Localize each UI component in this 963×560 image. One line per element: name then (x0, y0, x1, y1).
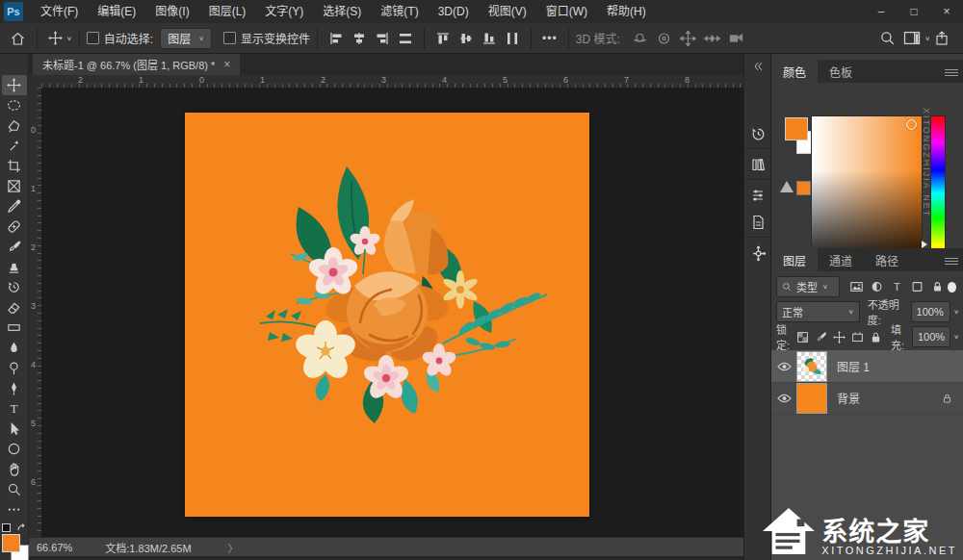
menu-window[interactable]: 窗口(W) (536, 0, 597, 23)
opacity-field[interactable]: 100% (911, 301, 951, 322)
shape-tool[interactable] (2, 439, 27, 459)
lasso-tool[interactable] (2, 115, 27, 136)
tab-channels[interactable]: 通道 (818, 248, 864, 271)
lock-artboard-icon[interactable] (851, 331, 864, 344)
menu-view[interactable]: 视图(V) (479, 0, 536, 23)
tab-layers[interactable]: 图层 (771, 248, 818, 271)
lock-transparency-icon[interactable] (796, 331, 809, 344)
layer1-thumbnail[interactable] (796, 351, 827, 382)
blend-mode-dropdown[interactable]: 正常 ∨ (776, 301, 860, 322)
minimize-button[interactable]: – (865, 0, 898, 23)
menu-layer[interactable]: 图层(L) (199, 0, 256, 23)
menu-image[interactable]: 图像(I) (145, 0, 198, 23)
workspace-chevron-icon[interactable]: ∨ (924, 35, 930, 41)
share-3d-panel-icon[interactable] (747, 242, 768, 264)
tab-close-icon[interactable]: × (223, 58, 230, 71)
share-icon[interactable] (934, 30, 950, 46)
gamut-warning-swatch[interactable] (796, 181, 811, 195)
tab-swatches[interactable]: 色板 (818, 60, 864, 83)
menu-file[interactable]: 文件(F) (31, 0, 88, 23)
info-panel-icon[interactable] (747, 212, 768, 233)
canvas-viewport[interactable] (41, 88, 743, 537)
blur-tool[interactable] (2, 338, 27, 358)
marquee-tool[interactable] (2, 95, 27, 115)
move-tool[interactable] (2, 75, 27, 95)
history-brush-tool[interactable] (2, 277, 27, 297)
home-icon[interactable] (10, 31, 26, 46)
dodge-tool[interactable] (2, 358, 27, 378)
layer2-visibility-eye-icon[interactable] (771, 394, 796, 403)
fill-chevron-icon[interactable]: ∨ (953, 333, 959, 340)
search-icon[interactable] (879, 30, 896, 46)
more-options-ellipsis[interactable]: ••• (542, 32, 558, 45)
history-panel-icon[interactable] (747, 123, 768, 144)
auto-select-checkbox[interactable] (87, 32, 99, 44)
maximize-button[interactable]: □ (898, 0, 930, 23)
ruler-origin-corner[interactable] (29, 75, 42, 89)
swap-colors-icon[interactable] (16, 523, 26, 533)
pen-tool[interactable] (2, 378, 27, 398)
edit-toolbar-ellipsis-icon[interactable] (2, 499, 27, 520)
move-tool-options-icon[interactable] (48, 31, 63, 45)
move-preset-chevron-icon[interactable]: ∨ (66, 35, 72, 41)
brush-tool[interactable] (2, 237, 27, 257)
layer-filter-dropdown[interactable]: 类型 ∨ (776, 276, 840, 297)
align-middle-icon[interactable] (458, 31, 474, 46)
gradient-tool[interactable] (2, 318, 27, 338)
eraser-tool[interactable] (2, 297, 27, 318)
layer1-name[interactable]: 图层 1 (837, 358, 870, 374)
horizontal-ruler[interactable]: 2 1 0 1 2 3 4 5 6 7 8 9 (41, 75, 743, 89)
workspace-switcher-icon[interactable] (903, 31, 921, 45)
align-right-icon[interactable] (375, 31, 390, 46)
filter-shape-layers-icon[interactable] (910, 280, 924, 293)
auto-select-dropdown[interactable]: 图层 ∨ (160, 28, 212, 49)
menu-3d[interactable]: 3D(D) (429, 0, 479, 23)
distribute-horizontal-icon[interactable] (398, 31, 413, 46)
align-top-icon[interactable] (435, 31, 451, 46)
tab-paths[interactable]: 路径 (864, 248, 910, 271)
type-tool[interactable]: T (2, 398, 27, 419)
menu-select[interactable]: 选择(S) (313, 0, 371, 23)
crop-tool[interactable] (2, 156, 27, 176)
clone-stamp-tool[interactable] (2, 257, 27, 277)
default-colors-icon[interactable] (2, 523, 11, 532)
filter-type-layers-icon[interactable]: T (890, 280, 904, 293)
zoom-tool[interactable] (2, 479, 27, 499)
fill-field[interactable]: 100% (912, 326, 950, 347)
vertical-ruler[interactable]: 0 1 2 3 4 5 6 7 (29, 88, 42, 537)
eyedropper-tool[interactable] (2, 196, 27, 216)
layer2-thumbnail[interactable] (796, 383, 827, 414)
expand-panels-icon[interactable] (747, 56, 768, 77)
layer1-visibility-eye-icon[interactable] (771, 362, 796, 371)
filter-toggle-switch[interactable] (948, 282, 957, 293)
close-button[interactable]: × (930, 0, 963, 23)
layer2-name[interactable]: 背景 (837, 390, 860, 406)
align-left-icon[interactable] (328, 31, 344, 46)
color-panel-menu-icon[interactable] (945, 67, 958, 78)
filter-smart-objects-icon[interactable] (930, 280, 945, 293)
color-field-marker[interactable] (906, 119, 917, 130)
filter-pixel-layers-icon[interactable] (849, 280, 864, 293)
distribute-vertical-icon[interactable] (505, 31, 520, 46)
layer-row-1[interactable]: 图层 1 (771, 350, 963, 383)
lock-pixels-icon[interactable] (815, 331, 827, 344)
frame-tool[interactable] (2, 176, 27, 196)
hand-tool[interactable] (2, 459, 27, 479)
align-bottom-icon[interactable] (482, 31, 497, 46)
menu-type[interactable]: 文字(Y) (255, 0, 313, 23)
lock-position-icon[interactable] (833, 331, 846, 344)
zoom-level-field[interactable]: 66.67% (37, 542, 72, 553)
menu-filter[interactable]: 滤镜(T) (371, 0, 428, 23)
properties-panel-icon[interactable] (747, 185, 768, 206)
document-canvas[interactable] (185, 113, 589, 517)
path-selection-tool[interactable] (2, 419, 27, 439)
gamut-warning-icon[interactable] (780, 181, 794, 192)
align-center-horizontal-icon[interactable] (351, 31, 367, 46)
tab-color[interactable]: 颜色 (771, 60, 818, 83)
quick-selection-tool[interactable] (2, 136, 27, 156)
foreground-color-swatch[interactable] (2, 534, 20, 552)
menu-edit[interactable]: 编辑(E) (88, 0, 145, 23)
lock-all-icon[interactable] (870, 331, 882, 344)
opacity-chevron-icon[interactable]: ∨ (953, 308, 959, 315)
show-transform-checkbox[interactable] (223, 32, 236, 44)
